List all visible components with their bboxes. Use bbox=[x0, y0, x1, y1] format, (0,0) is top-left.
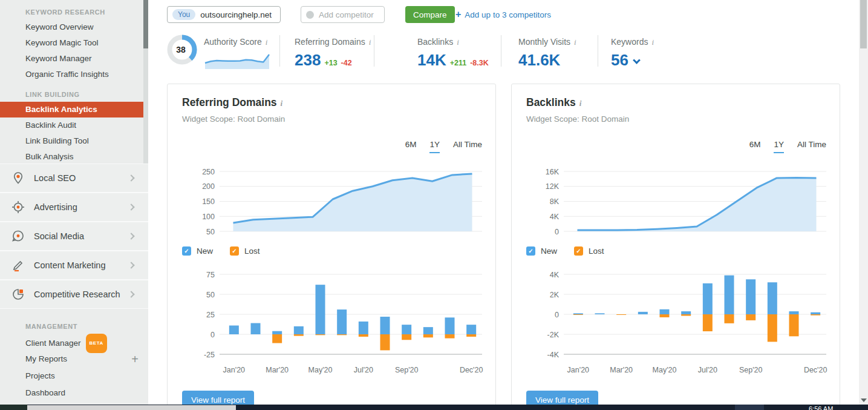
taskbar-app-segment[interactable] bbox=[27, 405, 236, 410]
sidebar-scrollbar-thumb[interactable] bbox=[143, 0, 148, 48]
svg-text:Mar'20: Mar'20 bbox=[610, 366, 633, 374]
info-icon[interactable]: i bbox=[457, 38, 459, 47]
plus-icon[interactable]: + bbox=[131, 351, 139, 368]
tab-all-time[interactable]: All Time bbox=[797, 140, 826, 153]
sidebar-item-label: Advertising bbox=[34, 202, 129, 212]
monthly-visits-value[interactable]: 41.6K bbox=[518, 52, 560, 68]
compare-button[interactable]: Compare bbox=[405, 6, 455, 23]
info-icon[interactable]: i bbox=[281, 99, 283, 108]
info-icon[interactable]: i bbox=[266, 38, 268, 47]
page-scrollbar-thumb[interactable] bbox=[860, 0, 867, 48]
sidebar-section-header: LINK BUILDING bbox=[25, 91, 148, 98]
chevron-right-icon bbox=[128, 174, 134, 181]
checkbox-new[interactable]: ✓ bbox=[526, 246, 535, 256]
tab-6m[interactable]: 6M bbox=[749, 140, 761, 153]
info-icon[interactable]: i bbox=[651, 38, 654, 47]
checkbox-new[interactable]: ✓ bbox=[182, 246, 191, 256]
svg-text:May'20: May'20 bbox=[308, 366, 333, 374]
backlinks-gained: +211 bbox=[450, 59, 466, 67]
metric-divider bbox=[501, 35, 501, 67]
sidebar-item-local-seo[interactable]: Local SEO bbox=[0, 164, 148, 193]
sidebar-item-label: Local SEO bbox=[34, 173, 129, 183]
info-icon[interactable]: i bbox=[369, 38, 371, 47]
sidebar-item-advertising[interactable]: Advertising bbox=[0, 193, 148, 222]
sidebar-sections: KEYWORD RESEARCHKeyword OverviewKeyword … bbox=[0, 0, 148, 164]
your-domain-input[interactable]: You outsourcinghelp.net bbox=[167, 6, 281, 23]
svg-text:Jan'20: Jan'20 bbox=[223, 366, 245, 374]
svg-text:2K: 2K bbox=[550, 291, 560, 299]
svg-text:250: 250 bbox=[202, 168, 215, 176]
sidebar-item-competitive-research[interactable]: Competitive Research bbox=[0, 280, 148, 309]
backlinks-label: Backlinks bbox=[417, 37, 453, 47]
info-icon[interactable]: i bbox=[579, 99, 582, 108]
info-icon[interactable]: i bbox=[574, 38, 576, 47]
legend-new[interactable]: ✓New bbox=[182, 246, 213, 256]
sidebar-item-organic-traffic-insights[interactable]: Organic Traffic Insights bbox=[0, 67, 148, 82]
svg-text:100: 100 bbox=[202, 213, 215, 221]
keywords-label: Keywords bbox=[611, 37, 648, 47]
svg-text:200: 200 bbox=[202, 182, 215, 191]
tab-1y[interactable]: 1Y bbox=[429, 140, 440, 153]
sidebar-item-projects[interactable]: Projects bbox=[0, 368, 148, 385]
sidebar-item-backlink-audit[interactable]: Backlink Audit bbox=[0, 117, 148, 133]
os-taskbar[interactable]: 6:56 AM bbox=[0, 405, 868, 410]
add-competitors-link[interactable]: +Add up to 3 competitors bbox=[455, 9, 551, 20]
sidebar-item-bulk-analysis[interactable]: Bulk Analysis bbox=[0, 149, 148, 164]
tab-6m[interactable]: 6M bbox=[405, 140, 417, 153]
referring-domains-metric: Referring Domainsi 238 +13 -42 bbox=[295, 36, 371, 68]
sidebar-item-link-building-tool[interactable]: Link Building Tool bbox=[0, 133, 148, 149]
compare-toolbar: You outsourcinghelp.net Add competitor C… bbox=[148, 0, 859, 29]
target-icon bbox=[11, 200, 25, 214]
svg-text:75: 75 bbox=[206, 271, 215, 279]
tab-1y[interactable]: 1Y bbox=[774, 140, 784, 153]
add-competitor-input[interactable]: Add competitor bbox=[301, 6, 385, 23]
svg-text:50: 50 bbox=[206, 228, 215, 236]
sidebar-scrollbar[interactable] bbox=[143, 0, 148, 164]
card-title: Referring Domainsi bbox=[182, 96, 282, 109]
pie-chart-icon bbox=[11, 287, 25, 302]
sidebar-item-label: Competitive Research bbox=[34, 289, 129, 299]
taskbar-clock: 6:56 AM bbox=[809, 405, 833, 410]
chevron-down-icon[interactable] bbox=[633, 56, 641, 64]
legend-lost[interactable]: ✓Lost bbox=[230, 246, 260, 256]
keywords-value[interactable]: 56 bbox=[611, 52, 628, 68]
sidebar-item-keyword-manager[interactable]: Keyword Manager bbox=[0, 51, 148, 67]
legend-label: New bbox=[541, 246, 557, 256]
monthly-visits-label: Monthly Visits bbox=[518, 37, 570, 47]
metric-divider bbox=[598, 35, 598, 67]
svg-text:38: 38 bbox=[176, 45, 186, 55]
sidebar-item-content-marketing[interactable]: Content Marketing bbox=[0, 251, 148, 280]
svg-text:Dec'20: Dec'20 bbox=[460, 366, 483, 374]
range-tabs: 6M1YAll Time bbox=[405, 140, 482, 153]
tab-all-time[interactable]: All Time bbox=[453, 140, 482, 153]
authority-score-sparkline bbox=[204, 51, 272, 69]
backlink-analytics-page: KEYWORD RESEARCHKeyword OverviewKeyword … bbox=[0, 0, 868, 410]
backlinks-value[interactable]: 14K bbox=[417, 52, 446, 68]
sidebar-item-keyword-overview[interactable]: Keyword Overview bbox=[0, 19, 148, 35]
sidebar-item-client-manager[interactable]: Client ManagerBETA bbox=[0, 334, 148, 351]
scrollbar-down-arrow-icon[interactable] bbox=[861, 398, 867, 402]
sidebar-item-keyword-magic-tool[interactable]: Keyword Magic Tool bbox=[0, 35, 148, 51]
svg-text:-2K: -2K bbox=[547, 331, 560, 339]
svg-text:Mar'20: Mar'20 bbox=[266, 366, 289, 374]
checkbox-lost[interactable]: ✓ bbox=[574, 246, 583, 256]
backlinks-card: Backlinksi Widget Scope: Root Domain 6M1… bbox=[511, 84, 840, 410]
widget-scope: Widget Scope: Root Domain bbox=[526, 114, 629, 124]
sidebar-item-backlink-analytics[interactable]: Backlink Analytics bbox=[0, 102, 143, 117]
checkbox-lost[interactable]: ✓ bbox=[230, 246, 239, 256]
new-lost-legend: ✓New✓Lost bbox=[182, 246, 260, 256]
chevron-right-icon bbox=[128, 262, 134, 268]
taskbar-start-segment[interactable] bbox=[0, 405, 27, 410]
sidebar-item-social-media[interactable]: Social Media bbox=[0, 222, 148, 251]
legend-lost[interactable]: ✓Lost bbox=[574, 246, 604, 256]
page-scrollbar[interactable] bbox=[859, 0, 868, 410]
add-competitor-placeholder: Add competitor bbox=[319, 10, 374, 19]
referring-domains-value[interactable]: 238 bbox=[295, 52, 321, 68]
legend-new[interactable]: ✓New bbox=[526, 246, 557, 256]
taskbar-tray-segment[interactable] bbox=[735, 405, 764, 410]
chevron-right-icon bbox=[128, 291, 134, 297]
metric-divider bbox=[279, 35, 280, 67]
svg-text:-25: -25 bbox=[204, 351, 215, 359]
sidebar-item-dashboard[interactable]: Dashboard bbox=[0, 385, 148, 402]
sidebar-item-my-reports[interactable]: My Reports+ bbox=[0, 351, 148, 368]
